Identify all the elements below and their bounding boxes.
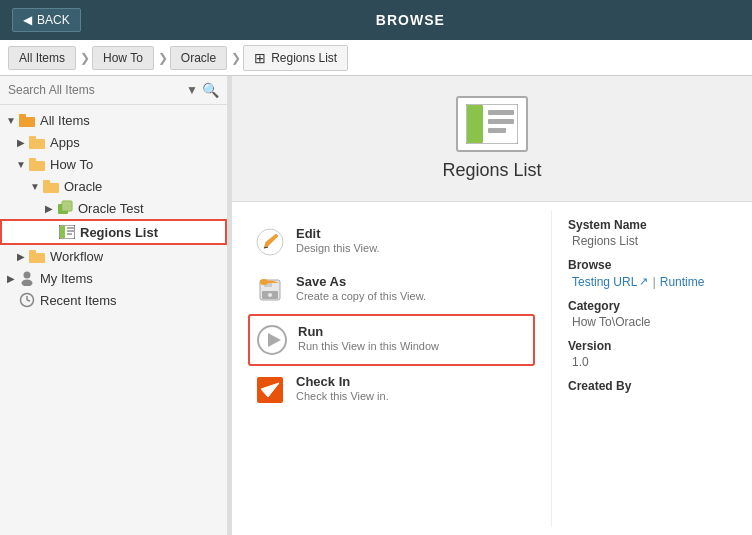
save-as-title: Save As: [296, 274, 529, 289]
tree-arrow-oracle-test: ▶: [42, 203, 56, 214]
action-edit[interactable]: Edit Design this View.: [248, 218, 535, 266]
check-in-icon: [254, 374, 286, 406]
info-version: Version 1.0: [568, 339, 736, 369]
breadcrumb-sep-3: ❯: [231, 51, 241, 65]
svg-point-19: [22, 280, 33, 287]
sidebar-item-my-items[interactable]: ▶ My Items: [0, 267, 227, 289]
action-check-in[interactable]: Check In Check this View in.: [248, 366, 535, 414]
svg-rect-2: [29, 139, 45, 149]
tree-arrow-oracle: ▼: [28, 181, 42, 192]
svg-rect-5: [29, 158, 36, 162]
check-in-title: Check In: [296, 374, 529, 389]
sidebar-item-oracle-test[interactable]: ▶ Oracle Test: [0, 197, 227, 219]
item-icon-large: [456, 96, 528, 152]
sidebar-item-regions-list[interactable]: ▶ Regions List: [0, 219, 227, 245]
sidebar-my-items-label: My Items: [40, 271, 93, 286]
search-bar: ▼ 🔍: [0, 76, 227, 105]
edit-desc: Design this View.: [296, 242, 529, 254]
item-header: Regions List: [232, 76, 752, 202]
tree-arrow-howto: ▼: [14, 159, 28, 170]
svg-point-33: [268, 293, 272, 297]
tree-arrow-my-items: ▶: [4, 273, 18, 284]
sidebar-item-workflow[interactable]: ▶ Workflow: [0, 245, 227, 267]
sidebar-item-apps[interactable]: ▶ Apps: [0, 131, 227, 153]
svg-point-34: [260, 279, 268, 285]
sidebar: ▼ 🔍 ▼ All Items ▶ Apps: [0, 76, 228, 535]
sidebar-oracle-test-label: Oracle Test: [78, 201, 144, 216]
breadcrumb-how-to[interactable]: How To: [92, 46, 154, 70]
sidebar-item-recent-items[interactable]: ▶ Recent Items: [0, 289, 227, 311]
svg-rect-15: [67, 233, 72, 235]
tree: ▼ All Items ▶ Apps ▼ How To: [0, 105, 227, 315]
svg-rect-10: [62, 201, 72, 211]
dropdown-icon[interactable]: ▼: [186, 83, 198, 97]
tree-arrow-all-items: ▼: [4, 115, 18, 126]
svg-rect-12: [60, 226, 65, 238]
svg-line-22: [27, 300, 30, 301]
sidebar-item-howto[interactable]: ▼ How To: [0, 153, 227, 175]
actions-info: Edit Design this View.: [232, 202, 752, 535]
edit-icon: [254, 226, 286, 258]
save-as-icon: [254, 274, 286, 306]
content-area: Regions List Edit Desi: [232, 76, 752, 535]
info-created-by: Created By: [568, 379, 736, 393]
testing-url-link[interactable]: Testing URL: [572, 275, 637, 289]
run-icon: [256, 324, 288, 356]
system-name-label: System Name: [568, 218, 736, 232]
info-column: System Name Regions List Browse Testing …: [552, 210, 752, 527]
run-desc: Run this View in this Window: [298, 340, 527, 352]
action-run[interactable]: Run Run this View in this Window: [248, 314, 535, 366]
run-text: Run Run this View in this Window: [298, 324, 527, 352]
edit-title: Edit: [296, 226, 529, 241]
sidebar-apps-label: Apps: [50, 135, 80, 150]
search-icon[interactable]: 🔍: [202, 82, 219, 98]
main-layout: ▼ 🔍 ▼ All Items ▶ Apps: [0, 76, 752, 535]
sidebar-workflow-label: Workflow: [50, 249, 103, 264]
svg-rect-4: [29, 161, 45, 171]
sidebar-item-oracle[interactable]: ▼ Oracle: [0, 175, 227, 197]
folder-icon-apps: [28, 134, 46, 150]
browse-separator: |: [652, 274, 655, 289]
save-as-text: Save As Create a copy of this View.: [296, 274, 529, 302]
breadcrumb-current-label: Regions List: [271, 51, 337, 65]
sidebar-all-items-label: All Items: [40, 113, 90, 128]
save-as-desc: Create a copy of this View.: [296, 290, 529, 302]
runtime-link[interactable]: Runtime: [660, 275, 705, 289]
created-by-label: Created By: [568, 379, 736, 393]
svg-rect-6: [43, 183, 59, 193]
sidebar-oracle-label: Oracle: [64, 179, 102, 194]
category-label: Category: [568, 299, 736, 313]
svg-point-18: [24, 272, 31, 279]
info-system-name: System Name Regions List: [568, 218, 736, 248]
back-label: BACK: [37, 13, 70, 27]
back-arrow-icon: ◀: [23, 13, 32, 27]
info-browse: Browse Testing URL ↗ | Runtime: [568, 258, 736, 289]
sidebar-howto-label: How To: [50, 157, 93, 172]
view-icon-regions-list: [58, 224, 76, 240]
action-save-as[interactable]: Save As Create a copy of this View.: [248, 266, 535, 314]
actions-column: Edit Design this View.: [232, 210, 552, 527]
breadcrumb-all-items[interactable]: All Items: [8, 46, 76, 70]
page-title: BROWSE: [81, 12, 740, 28]
svg-rect-14: [67, 230, 74, 232]
browse-label: Browse: [568, 258, 736, 272]
check-in-text: Check In Check this View in.: [296, 374, 529, 402]
edit-text: Edit Design this View.: [296, 226, 529, 254]
version-label: Version: [568, 339, 736, 353]
system-name-value: Regions List: [568, 234, 736, 248]
version-value: 1.0: [568, 355, 736, 369]
folder-icon-workflow: [28, 248, 46, 264]
svg-rect-7: [43, 180, 50, 184]
folder-icon-oracle: [42, 178, 60, 194]
breadcrumb: All Items ❯ How To ❯ Oracle ❯ ⊞ Regions …: [0, 40, 752, 76]
clock-icon-recent-items: [18, 292, 36, 308]
folder-icon-all-items: [18, 112, 36, 128]
back-button[interactable]: ◀ BACK: [12, 8, 81, 32]
svg-rect-27: [488, 128, 506, 133]
sidebar-item-all-items[interactable]: ▼ All Items: [0, 109, 227, 131]
info-category: Category How To\Oracle: [568, 299, 736, 329]
breadcrumb-oracle[interactable]: Oracle: [170, 46, 227, 70]
search-input[interactable]: [8, 83, 182, 97]
run-title: Run: [298, 324, 527, 339]
svg-rect-24: [467, 105, 483, 143]
